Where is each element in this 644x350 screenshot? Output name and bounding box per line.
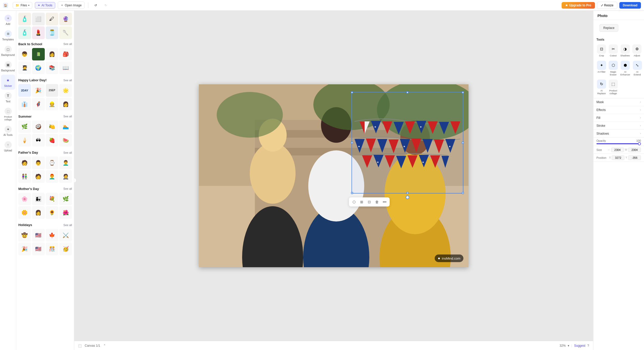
tool-adjust[interactable]: ⚙ Adjust <box>632 43 642 58</box>
sticker-preview-6[interactable]: 💄 <box>32 26 45 39</box>
sticker-fd-5[interactable]: 👫 <box>18 170 31 183</box>
sidebar-item-templates[interactable]: ⊞ Templates <box>1 28 15 43</box>
sticker-fd-2[interactable]: 👨 <box>32 156 45 169</box>
size-h-value[interactable]: 2304 <box>628 148 641 152</box>
tool-magic-eraser[interactable]: ⬡ Magic Eraser <box>608 60 618 77</box>
opacity-slider[interactable] <box>596 143 641 144</box>
sticker-bts-7[interactable]: 📚 <box>46 61 58 74</box>
sidebar-item-text[interactable]: T Text <box>1 90 15 105</box>
sticker-bts-5[interactable]: 🧑‍🎓 <box>18 61 31 74</box>
sticker-sum-3[interactable]: 🍋 <box>46 120 58 133</box>
sticker-bts-3[interactable]: 👩 <box>46 48 58 61</box>
sticker-fd-3[interactable]: ⌚ <box>46 156 58 169</box>
sticker-fd-8[interactable]: 🤵 <box>59 170 72 183</box>
sticker-sum-1[interactable]: 🌿 <box>18 120 31 133</box>
sticker-fd-1[interactable]: 🧑 <box>18 156 31 169</box>
holidays-see-all[interactable]: See all <box>63 224 72 227</box>
sticker-hol-6[interactable]: 🇺🇸 <box>32 243 45 255</box>
sticker-md-1[interactable]: 🌸 <box>18 193 31 205</box>
canvas-wrapper[interactable]: ★ ★ <box>74 11 593 341</box>
sticker-hol-7[interactable]: 🎊 <box>46 243 58 255</box>
undo-button[interactable]: ↺ <box>92 2 99 8</box>
selection-box[interactable]: ★ ★ <box>352 92 463 194</box>
sticker-sum-2[interactable]: 🥥 <box>32 120 45 133</box>
happy-labor-day-see-all[interactable]: See all <box>63 79 72 82</box>
sticker-hol-4[interactable]: ⚔️ <box>59 229 72 242</box>
sticker-hol-2[interactable]: 🇺🇸 <box>32 229 45 242</box>
sidebar-item-product-collage[interactable]: ⬚ Product collage <box>1 106 15 123</box>
size-w-value[interactable]: 2304 <box>611 148 624 152</box>
effects-row[interactable]: Effects › <box>593 106 644 114</box>
sticker-sum-4[interactable]: 🏊 <box>59 120 72 133</box>
tool-cutout[interactable]: ✂ Cutout <box>608 43 618 58</box>
sticker-md-8[interactable]: 🌺 <box>59 206 72 219</box>
sidebar-item-sticker[interactable]: ★ Sticker <box>1 75 15 90</box>
sticker-md-2[interactable]: 👩‍👧 <box>32 193 45 205</box>
sticker-fd-7[interactable]: 👨‍🦰 <box>46 170 58 183</box>
sticker-preview-1[interactable]: 🧴 <box>18 13 31 25</box>
float-btn-more[interactable]: ••• <box>381 198 388 205</box>
sticker-sum-6[interactable]: 🕶 <box>32 134 45 147</box>
suggest-label[interactable]: Suggest <box>574 344 585 347</box>
main-canvas[interactable]: ★ ★ <box>199 84 469 267</box>
sticker-sum-8[interactable]: 🍉 <box>59 134 72 147</box>
tool-product-collage[interactable]: ⬚ Product collage <box>608 78 618 96</box>
ai-tools-button[interactable]: ✦ AI Tools <box>35 2 55 9</box>
tool-ai-enhancer[interactable]: ⬢ AI Enhancer <box>620 60 631 77</box>
upgrade-button[interactable]: ★ Upgrade to Pro <box>562 2 595 9</box>
sidebar-item-upload[interactable]: ↑ Upload <box>1 139 15 154</box>
shadows-row[interactable]: Shadows › <box>593 130 644 138</box>
sticker-preview-8[interactable]: 🥄 <box>59 26 72 39</box>
float-btn-1[interactable]: ⬡ <box>350 198 358 205</box>
fill-row[interactable]: Fill › <box>593 114 644 122</box>
sticker-bts-4[interactable]: 🎒 <box>59 48 72 61</box>
sticker-ld-8[interactable]: 👩 <box>59 98 72 110</box>
tool-ai-replace[interactable]: ↻ AI Replace <box>596 78 607 96</box>
sticker-ld-5[interactable]: 👔 <box>18 98 31 110</box>
sticker-sum-5[interactable]: 🍦 <box>18 134 31 147</box>
files-button[interactable]: 📁 Files ▾ <box>13 2 32 9</box>
download-button[interactable]: Download <box>619 2 641 9</box>
sidebar-item-background[interactable]: ◻ Background <box>1 44 15 59</box>
sticker-bts-2[interactable]: 📗 <box>32 48 45 61</box>
sticker-ld-4[interactable]: 🌟 <box>59 84 72 97</box>
sticker-preview-7[interactable]: 🫙 <box>46 26 58 39</box>
sticker-hol-5[interactable]: 🎉 <box>18 243 31 255</box>
tool-ai-extend[interactable]: ⤡ AI Extend <box>632 60 642 77</box>
sticker-bts-1[interactable]: 👦 <box>18 48 31 61</box>
redo-button[interactable]: ↻ <box>102 2 110 8</box>
sticker-ld-3[interactable]: 2SEP <box>46 84 58 97</box>
sticker-fd-4[interactable]: 👨‍🦱 <box>59 156 72 169</box>
sticker-preview-3[interactable]: 🖊 <box>46 13 58 25</box>
sidebar-item-add[interactable]: ＋ Add <box>1 13 15 28</box>
back-to-school-see-all[interactable]: See all <box>63 42 72 45</box>
float-btn-delete[interactable]: 🗑 <box>373 198 380 205</box>
pos-y-value[interactable]: -356 <box>628 155 641 160</box>
float-btn-3[interactable]: ⊡ <box>366 198 373 205</box>
open-image-button[interactable]: ＋ Open Image <box>58 2 84 9</box>
sticker-ld-1[interactable]: 2DAY <box>18 84 31 97</box>
sticker-preview-5[interactable]: 🧴 <box>18 26 31 39</box>
tool-shadows[interactable]: ◑ Shadows <box>620 43 630 58</box>
sticker-bts-8[interactable]: 📖 <box>59 61 72 74</box>
mask-row[interactable]: Mask › <box>593 98 644 106</box>
pos-x-value[interactable]: 3272 <box>612 155 624 160</box>
sticker-ld-6[interactable]: 🦸 <box>32 98 45 110</box>
sticker-sum-7[interactable]: 🍓 <box>46 134 58 147</box>
sticker-md-6[interactable]: 👩 <box>32 206 45 219</box>
mothers-day-see-all[interactable]: See all <box>63 187 72 190</box>
tool-ai-filter[interactable]: ✦ AI Filter <box>596 60 607 77</box>
sticker-bts-6[interactable]: 🌍 <box>32 61 45 74</box>
replace-button[interactable]: Replace <box>599 24 618 32</box>
stroke-row[interactable]: Stroke › <box>593 122 644 130</box>
sticker-md-5[interactable]: 🌼 <box>18 206 31 219</box>
sidebar-item-ai-tools[interactable]: ✦ AI Tools <box>1 124 15 139</box>
help-icon[interactable]: ? <box>587 344 589 347</box>
sidebar-item-background2[interactable]: ▣ Background <box>1 59 15 74</box>
tool-crop[interactable]: ⊡ Crop <box>596 43 607 58</box>
sticker-hol-8[interactable]: 🥳 <box>59 243 72 255</box>
sticker-md-4[interactable]: 🌿 <box>59 193 72 205</box>
fathers-day-see-all[interactable]: See all <box>63 151 72 154</box>
sticker-hol-1[interactable]: 🤠 <box>18 229 31 242</box>
rotate-handle[interactable] <box>406 196 409 199</box>
